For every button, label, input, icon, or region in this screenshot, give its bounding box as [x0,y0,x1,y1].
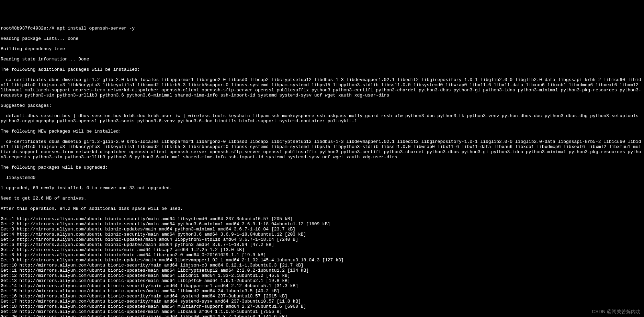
download-line: Get:4 http://mirrors.aliyun.com/ubuntu b… [1,232,643,237]
download-line: Get:5 http://mirrors.aliyun.com/ubuntu b… [1,237,643,242]
summary-line: After this operation, 94.2 MB of additio… [1,206,643,211]
output-line: Reading package lists... Done [1,36,643,41]
download-line: Get:2 http://mirrors.aliyun.com/ubuntu b… [1,222,643,227]
download-line: Get:12 http://mirrors.aliyun.com/ubuntu … [1,273,643,278]
summary-line: 1 upgraded, 69 newly installed, 0 to rem… [1,185,643,191]
new-packages: ca-certificates dbus dmsetup gir1.2-glib… [1,139,643,160]
download-line: Get:14 http://mirrors.aliyun.com/ubuntu … [1,283,643,288]
download-line: Get:15 http://mirrors.aliyun.com/ubuntu … [1,288,643,294]
upgrade-header: The following packages will be upgraded: [1,165,643,170]
watermark: CSDN @闭关苦炼内功 [592,309,641,314]
download-line: Get:7 http://mirrors.aliyun.com/ubuntu b… [1,247,643,252]
download-line: Get:13 http://mirrors.aliyun.com/ubuntu … [1,278,643,283]
output-line: The following additional packages will b… [1,67,643,72]
output-line: Building dependency tree [1,46,643,52]
download-line: Get:20 http://mirrors.aliyun.com/ubuntu … [1,314,643,317]
download-line: Get:11 http://mirrors.aliyun.com/ubuntu … [1,268,643,273]
download-line: Get:3 http://mirrors.aliyun.com/ubuntu b… [1,227,643,232]
prompt-line: root@8b937fc4932e:/# apt install openssh… [1,26,643,31]
download-line: Get:19 http://mirrors.aliyun.com/ubuntu … [1,309,643,314]
summary-line: Need to get 22.6 MB of archives. [1,196,643,201]
download-line: Get:17 http://mirrors.aliyun.com/ubuntu … [1,299,643,304]
download-line: Get:6 http://mirrors.aliyun.com/ubuntu b… [1,242,643,247]
additional-packages: ca-certificates dbus dmsetup gir1.2-glib… [1,77,643,98]
new-header: The following NEW packages will be insta… [1,129,643,134]
terminal-output[interactable]: root@8b937fc4932e:/# apt install openssh… [0,21,644,317]
output-line: Reading state information... Done [1,57,643,62]
download-line: Get:16 http://mirrors.aliyun.com/ubuntu … [1,294,643,299]
download-line: Get:10 http://mirrors.aliyun.com/ubuntu … [1,263,643,268]
upgrade-packages: libsystemd0 [1,175,643,180]
download-line: Get:8 http://mirrors.aliyun.com/ubuntu b… [1,252,643,258]
download-line: Get:18 http://mirrors.aliyun.com/ubuntu … [1,304,643,309]
download-line: Get:1 http://mirrors.aliyun.com/ubuntu b… [1,216,643,222]
download-line: Get:9 http://mirrors.aliyun.com/ubuntu b… [1,258,643,263]
suggested-header: Suggested packages: [1,103,643,108]
suggested-packages: default-dbus-session-bus | dbus-session-… [1,113,643,124]
